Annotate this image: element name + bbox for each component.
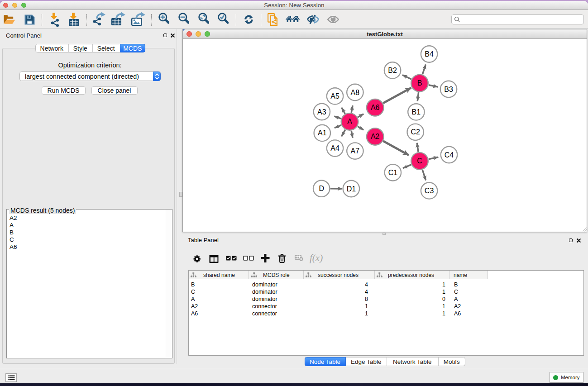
svg-text:A7: A7 xyxy=(351,147,360,155)
svg-text:B4: B4 xyxy=(425,50,434,58)
svg-text:A5: A5 xyxy=(330,92,339,100)
svg-text:D: D xyxy=(319,185,324,192)
svg-text:D1: D1 xyxy=(347,185,356,193)
svg-text:A3: A3 xyxy=(317,108,326,116)
svg-text:A1: A1 xyxy=(318,129,327,137)
svg-text:C3: C3 xyxy=(425,187,434,195)
svg-text:B1: B1 xyxy=(412,108,421,116)
svg-text:C1: C1 xyxy=(388,169,398,176)
svg-text:B2: B2 xyxy=(388,67,397,74)
svg-text:A6: A6 xyxy=(371,104,380,111)
svg-text:C: C xyxy=(417,157,422,165)
svg-text:A: A xyxy=(347,118,352,125)
svg-text:A2: A2 xyxy=(371,133,380,140)
svg-text:A4: A4 xyxy=(330,144,339,152)
svg-text:C2: C2 xyxy=(411,128,420,136)
svg-text:C4: C4 xyxy=(445,151,454,159)
svg-text:B: B xyxy=(417,79,422,87)
svg-text:A8: A8 xyxy=(351,89,360,96)
svg-text:B3: B3 xyxy=(444,86,453,93)
